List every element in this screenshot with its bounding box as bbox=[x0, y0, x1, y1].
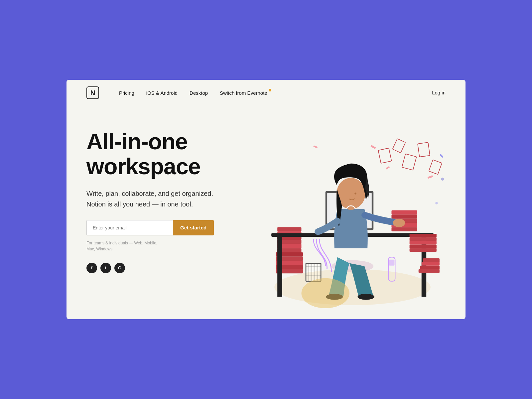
svg-rect-52 bbox=[427, 175, 433, 179]
svg-rect-27 bbox=[410, 237, 437, 241]
svg-rect-53 bbox=[440, 154, 444, 158]
svg-rect-48 bbox=[429, 160, 442, 175]
main-content: All-in-oneworkspace Write, plan, collabo… bbox=[66, 106, 466, 319]
logo[interactable]: N bbox=[86, 86, 99, 99]
svg-rect-62 bbox=[423, 258, 440, 262]
nav-desktop[interactable]: Desktop bbox=[190, 90, 208, 96]
svg-rect-6 bbox=[277, 227, 301, 231]
nav-links: Pricing iOS & Android Desktop Switch fro… bbox=[119, 90, 432, 96]
svg-point-56 bbox=[441, 178, 444, 181]
nav-ios-android[interactable]: iOS & Android bbox=[146, 90, 178, 96]
svg-rect-28 bbox=[410, 234, 437, 237]
logo-letter: N bbox=[90, 89, 95, 97]
hero-subtitle: Write, plan, collaborate, and get organi… bbox=[86, 188, 239, 209]
svg-rect-26 bbox=[410, 241, 437, 245]
svg-rect-47 bbox=[418, 142, 430, 157]
svg-rect-49 bbox=[378, 148, 392, 163]
svg-rect-59 bbox=[419, 269, 440, 273]
facebook-icon[interactable]: f bbox=[86, 263, 97, 273]
svg-rect-13 bbox=[277, 237, 282, 297]
svg-rect-38 bbox=[389, 260, 394, 266]
svg-point-45 bbox=[393, 219, 405, 227]
twitter-icon[interactable]: t bbox=[100, 263, 111, 273]
logo-box: N bbox=[86, 86, 99, 99]
svg-rect-61 bbox=[422, 262, 440, 266]
svg-rect-24 bbox=[410, 248, 437, 252]
illustration-section bbox=[259, 119, 446, 319]
social-icons: f t G bbox=[86, 263, 259, 273]
svg-rect-19 bbox=[391, 227, 417, 231]
helper-text: For teams & individuals — Web, Mobile,Ma… bbox=[86, 240, 259, 252]
get-started-button[interactable]: Get started bbox=[173, 220, 214, 235]
svg-rect-22 bbox=[391, 214, 417, 219]
hero-illustration bbox=[259, 112, 446, 312]
login-link[interactable]: Log in bbox=[432, 90, 446, 95]
nav-evernote[interactable]: Switch from Evernote bbox=[220, 90, 267, 96]
browser-window: N Pricing iOS & Android Desktop Switch f… bbox=[66, 80, 466, 319]
nav-pricing[interactable]: Pricing bbox=[119, 90, 134, 96]
svg-point-41 bbox=[357, 294, 374, 300]
svg-point-44 bbox=[354, 193, 356, 194]
svg-rect-23 bbox=[391, 210, 417, 215]
svg-rect-50 bbox=[392, 139, 405, 153]
svg-rect-54 bbox=[385, 166, 390, 170]
hero-title: All-in-oneworkspace bbox=[86, 129, 259, 179]
svg-point-57 bbox=[435, 202, 438, 204]
svg-rect-60 bbox=[420, 266, 440, 269]
email-form: Get started bbox=[86, 220, 259, 235]
email-input[interactable] bbox=[86, 220, 173, 235]
google-icon[interactable]: G bbox=[114, 263, 125, 273]
svg-rect-55 bbox=[313, 145, 318, 148]
nav-right: Log in bbox=[432, 90, 446, 96]
navbar: N Pricing iOS & Android Desktop Switch f… bbox=[66, 80, 466, 106]
svg-rect-46 bbox=[402, 154, 417, 170]
svg-point-58 bbox=[301, 278, 349, 308]
svg-rect-25 bbox=[410, 245, 437, 248]
svg-rect-51 bbox=[370, 145, 376, 149]
svg-point-0 bbox=[274, 269, 431, 305]
left-section: All-in-oneworkspace Write, plan, collabo… bbox=[86, 119, 259, 319]
